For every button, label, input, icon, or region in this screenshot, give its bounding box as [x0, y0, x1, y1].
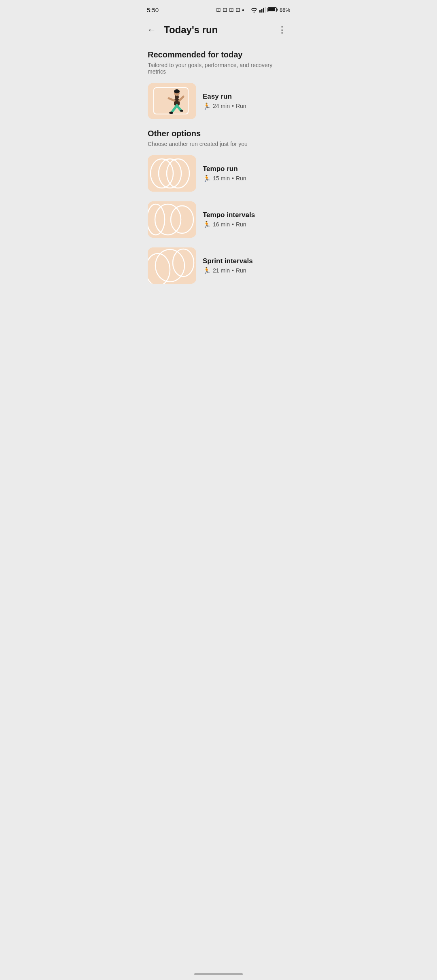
easy-run-info: Easy run 🏃 24 min • Run	[203, 93, 289, 110]
app-icon-3: ⊡	[229, 6, 234, 13]
svg-point-15	[180, 110, 183, 112]
svg-rect-6	[277, 9, 278, 11]
recommended-section: Recommended for today Tailored to your g…	[148, 50, 289, 75]
app-icon-4: ⊡	[235, 6, 240, 13]
status-bar: 5:50 ⊡ ⊡ ⊡ ⊡ ● 88%	[140, 0, 297, 18]
svg-rect-0	[259, 10, 261, 13]
easy-run-dot: •	[232, 103, 234, 109]
tempo-intervals-dot: •	[232, 221, 234, 228]
recommended-title: Recommended for today	[148, 50, 289, 59]
battery-icon	[267, 7, 278, 13]
main-content: Recommended for today Tailored to your g…	[140, 45, 297, 302]
more-dots-icon: ⋮	[278, 25, 286, 34]
tempo-intervals-type: Run	[236, 221, 246, 228]
sprint-intervals-name: Sprint intervals	[203, 257, 289, 265]
app-bar: ← Today's run ⋮	[140, 18, 297, 45]
tempo-run-card[interactable]: Tempo run 🏃 15 min • Run	[148, 155, 289, 192]
svg-line-16	[169, 98, 174, 101]
svg-rect-3	[265, 7, 266, 13]
sprint-intervals-dot: •	[232, 267, 234, 274]
back-arrow-icon: ←	[147, 25, 156, 35]
sprint-intervals-duration: 21 min	[213, 267, 230, 274]
tempo-run-meta: 🏃 15 min • Run	[203, 175, 289, 182]
running-person-icon: 🏃	[203, 102, 211, 110]
tempo-run-info: Tempo run 🏃 15 min • Run	[203, 165, 289, 182]
sprint-intervals-info: Sprint intervals 🏃 21 min • Run	[203, 257, 289, 275]
tempo-intervals-card[interactable]: Tempo intervals 🏃 16 min • Run	[148, 201, 289, 238]
sprint-intervals-type: Run	[236, 267, 246, 274]
tempo-intervals-thumbnail	[148, 201, 196, 238]
sprint-intervals-run-icon: 🏃	[203, 267, 211, 275]
page-title: Today's run	[164, 24, 218, 36]
app-icon-1: ⊡	[216, 6, 221, 13]
sprint-intervals-thumbnail	[148, 247, 196, 284]
easy-run-duration: 24 min	[213, 103, 230, 109]
easy-run-card[interactable]: Easy run 🏃 24 min • Run	[148, 83, 289, 119]
app-icon-2: ⊡	[223, 6, 227, 13]
easy-run-meta: 🏃 24 min • Run	[203, 102, 289, 110]
tempo-run-name: Tempo run	[203, 165, 289, 173]
other-options-section: Other options Choose another run created…	[148, 129, 289, 147]
tempo-intervals-duration: 16 min	[213, 221, 230, 228]
svg-rect-1	[261, 9, 262, 13]
tempo-run-type: Run	[236, 175, 246, 182]
dot-indicator: ●	[242, 8, 244, 12]
svg-line-17	[179, 97, 183, 101]
wifi-icon	[250, 7, 258, 13]
svg-rect-2	[263, 8, 264, 13]
tempo-run-icon: 🏃	[203, 175, 211, 182]
tempo-run-thumbnail	[148, 155, 196, 192]
tempo-intervals-run-icon: 🏃	[203, 221, 211, 228]
tempo-intervals-info: Tempo intervals 🏃 16 min • Run	[203, 211, 289, 228]
sprint-intervals-card[interactable]: Sprint intervals 🏃 21 min • Run	[148, 247, 289, 284]
tempo-run-dot: •	[232, 175, 234, 182]
svg-point-10	[174, 89, 180, 93]
recommended-subtitle: Tailored to your goals, performance, and…	[148, 62, 289, 75]
other-options-title: Other options	[148, 129, 289, 138]
signal-icon	[259, 7, 266, 13]
status-time: 5:50	[147, 6, 159, 13]
svg-rect-7	[154, 88, 188, 114]
app-bar-left: ← Today's run	[143, 21, 218, 39]
back-button[interactable]: ←	[143, 21, 161, 39]
other-options-subtitle: Choose another run created just for you	[148, 141, 289, 147]
easy-run-type: Run	[236, 103, 246, 109]
status-icons: ⊡ ⊡ ⊡ ⊡ ● 88%	[216, 6, 290, 13]
easy-run-name: Easy run	[203, 93, 289, 101]
svg-rect-5	[268, 8, 275, 11]
more-options-button[interactable]: ⋮	[273, 21, 291, 39]
svg-line-13	[177, 106, 181, 110]
tempo-run-duration: 15 min	[213, 175, 230, 182]
tempo-intervals-meta: 🏃 16 min • Run	[203, 221, 289, 228]
battery-percent: 88%	[280, 7, 290, 13]
svg-point-14	[169, 112, 173, 114]
tempo-intervals-name: Tempo intervals	[203, 211, 289, 219]
sprint-intervals-meta: 🏃 21 min • Run	[203, 267, 289, 275]
easy-run-thumbnail	[148, 83, 196, 119]
